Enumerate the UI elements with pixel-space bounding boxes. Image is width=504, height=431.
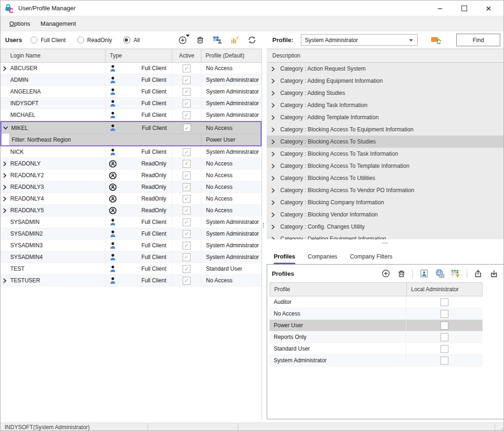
column-header-profile[interactable]: Profile — [270, 283, 407, 296]
table-row[interactable]: TESTUSER Full Client No Access — [0, 275, 262, 287]
active-checkbox[interactable] — [183, 253, 191, 261]
active-checkbox[interactable] — [183, 195, 191, 203]
expand-chevron-icon[interactable] — [3, 278, 7, 283]
tab[interactable]: Profiles — [274, 253, 295, 264]
category-item[interactable]: Category : Blocking Company Information — [267, 196, 504, 208]
profile-sync-icon[interactable] — [431, 36, 442, 45]
table-row[interactable]: READONLY4 ReadOnly No Access — [0, 193, 262, 205]
expand-chevron-icon[interactable] — [271, 91, 275, 96]
menu-management[interactable]: Management — [35, 18, 81, 29]
expand-chevron-icon[interactable] — [271, 127, 275, 132]
menu-options[interactable]: Options — [4, 18, 35, 29]
local-admin-checkbox[interactable] — [440, 357, 448, 365]
profile-combobox[interactable]: System Administrator — [301, 34, 418, 46]
vertical-splitter-handle[interactable] — [263, 223, 264, 224]
expand-chevron-icon[interactable] — [271, 164, 275, 169]
active-checkbox[interactable] — [183, 160, 191, 168]
active-checkbox[interactable] — [183, 230, 191, 238]
table-row[interactable]: ANGELENA Full Client System Administrato… — [0, 86, 262, 98]
radio-icon[interactable] — [30, 36, 37, 43]
expand-chevron-icon[interactable] — [271, 103, 275, 108]
expand-chevron-icon[interactable] — [3, 185, 7, 190]
expand-chevron-icon[interactable] — [271, 79, 275, 84]
category-item[interactable]: Category : Blocking Access To Task Infor… — [267, 148, 504, 160]
table-row[interactable]: SYSADMIN3 Full Client System Administrat… — [0, 240, 262, 251]
user-grid-view-button[interactable] — [212, 35, 222, 45]
radio-icon[interactable] — [77, 36, 84, 43]
add-profile-button[interactable] — [381, 269, 390, 279]
active-checkbox[interactable] — [183, 148, 191, 156]
import-button[interactable] — [489, 269, 499, 279]
expand-chevron-icon[interactable] — [3, 66, 7, 71]
category-item[interactable]: Category : Adding Studies — [267, 87, 504, 99]
active-checkbox[interactable] — [183, 88, 191, 96]
profile-row[interactable]: Standard User — [270, 343, 483, 355]
resize-grip-icon[interactable] — [502, 429, 503, 430]
profile-row[interactable]: System Administrator — [270, 355, 483, 366]
category-item[interactable]: Category : Adding Template Information — [267, 111, 504, 123]
language-globe-button[interactable]: ab — [435, 269, 445, 279]
active-checkbox[interactable] — [183, 265, 191, 273]
radio-option[interactable]: ReadOnly — [77, 36, 112, 43]
delete-profile-button[interactable] — [397, 269, 406, 279]
table-row[interactable]: READONLY ReadOnly No Access — [0, 158, 262, 170]
expand-chevron-icon[interactable] — [271, 200, 275, 205]
table-row[interactable]: READONLY2 ReadOnly No Access — [0, 170, 262, 181]
table-row[interactable]: INDYSOFT Full Client System Administrato… — [0, 98, 262, 109]
active-checkbox[interactable] — [183, 76, 191, 84]
expand-chevron-icon[interactable] — [3, 173, 7, 178]
tab[interactable]: Company Filters — [350, 253, 392, 264]
column-header-login[interactable]: Login Name — [0, 49, 106, 62]
local-admin-checkbox[interactable] — [440, 310, 448, 318]
expand-chevron-icon[interactable] — [271, 212, 275, 217]
profile-card-button[interactable] — [419, 269, 429, 279]
expand-chevron-icon[interactable] — [271, 237, 275, 240]
category-item[interactable]: Category : Blocking Access To Vendor PO … — [267, 184, 504, 196]
category-item[interactable]: Category : Adding Equipment Information — [267, 75, 504, 87]
table-row[interactable]: TEST Full Client Standard User — [0, 263, 262, 275]
active-checkbox[interactable] — [183, 242, 191, 250]
local-admin-checkbox[interactable] — [440, 333, 448, 341]
active-checkbox[interactable] — [183, 100, 191, 108]
table-row[interactable]: ADMIN Full Client System Administrator — [0, 74, 262, 86]
category-item[interactable]: Category : Deleting Equipment Informatio… — [267, 233, 504, 239]
active-checkbox[interactable] — [183, 183, 191, 191]
table-row[interactable]: READONLY3 ReadOnly No Access — [0, 181, 262, 193]
refresh-button[interactable] — [247, 35, 257, 45]
category-item[interactable]: Category : Blocking Access To Template I… — [267, 160, 504, 172]
category-item[interactable]: Category : Adding Task Information — [267, 99, 504, 111]
category-item[interactable]: Category : Blocking Access To Equipment … — [267, 123, 504, 136]
expand-chevron-icon[interactable] — [271, 224, 275, 230]
profile-row[interactable]: No Access — [270, 308, 483, 320]
profile-row[interactable]: Power User — [270, 320, 483, 331]
table-row-selected[interactable]: MIKEL Full Client No Access — [1, 122, 261, 134]
expand-chevron-icon[interactable] — [271, 139, 275, 144]
filter-child-row[interactable]: Filter: Northeast Region Power User — [1, 134, 261, 145]
radio-icon[interactable] — [123, 36, 130, 43]
grid-filter-button[interactable] — [451, 269, 461, 279]
add-user-button[interactable] — [177, 35, 188, 45]
table-row[interactable]: READONLY5 ReadOnly No Access — [0, 205, 262, 216]
table-row[interactable]: ABCUSER Full Client No Access — [0, 63, 262, 74]
user-stats-button[interactable] — [229, 35, 240, 45]
local-admin-checkbox[interactable] — [440, 298, 448, 306]
expand-chevron-icon[interactable] — [271, 176, 275, 181]
expand-chevron-icon[interactable] — [271, 66, 275, 72]
column-header-active[interactable]: Active — [172, 49, 201, 62]
radio-option[interactable]: Full Client — [30, 36, 65, 43]
expand-chevron-icon[interactable] — [3, 208, 7, 213]
column-header-profile[interactable]: Profile (Default) — [201, 49, 262, 62]
active-checkbox[interactable] — [183, 111, 191, 119]
chevron-down-icon[interactable] — [409, 39, 413, 42]
expand-chevron-icon[interactable] — [3, 161, 7, 166]
table-row[interactable]: SYSADMIN4 Full Client System Administrat… — [0, 251, 262, 263]
find-button[interactable]: Find — [456, 34, 500, 46]
profile-row[interactable]: Auditor — [270, 296, 483, 308]
table-row[interactable]: SYSADMIN2 Full Client System Administrat… — [0, 228, 262, 240]
category-item[interactable]: Category : Action Request System — [267, 63, 504, 75]
maximize-button[interactable] — [452, 0, 476, 16]
collapse-chevron-icon[interactable] — [4, 125, 8, 130]
profile-row[interactable]: Reports Only — [270, 331, 483, 343]
category-item[interactable]: Category : Blocking Vendor Information — [267, 208, 504, 221]
active-checkbox[interactable] — [183, 65, 191, 72]
